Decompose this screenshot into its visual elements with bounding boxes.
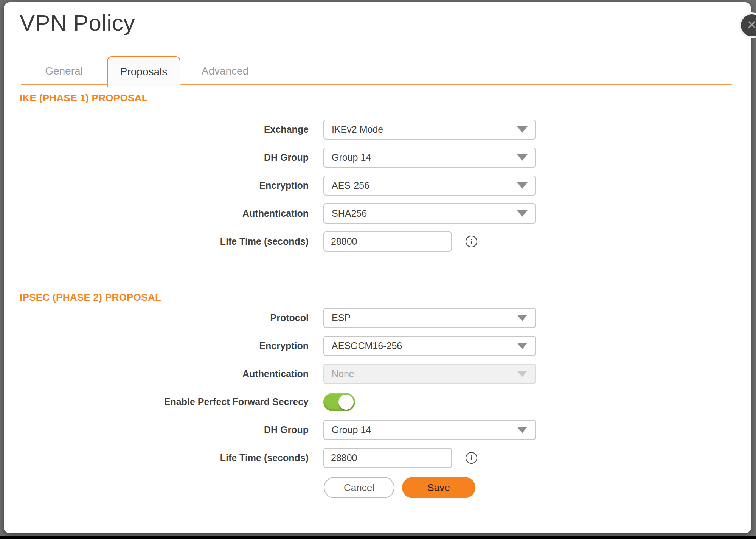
life-time-input[interactable] [323, 231, 452, 252]
ipsec-authentication-select-value: None [332, 368, 517, 379]
dh-group-label: DH Group [20, 152, 309, 163]
dh-group-select-value: Group 14 [332, 152, 517, 163]
ipsec-dh-group-select-value: Group 14 [332, 424, 517, 435]
form-row-ipsec-dh-group: DH Group Group 14 [20, 420, 733, 440]
protocol-select[interactable]: ESP [323, 308, 536, 328]
chevron-down-icon [517, 371, 528, 377]
pfs-toggle[interactable] [323, 393, 355, 411]
ipsec-dh-group-select[interactable]: Group 14 [323, 420, 536, 440]
close-icon: ✕ [747, 19, 756, 31]
save-button[interactable]: Save [402, 477, 475, 498]
tab-general-label: General [45, 65, 83, 77]
dialog-footer: Cancel Save [324, 477, 733, 498]
proposals-tab-content: IKE (PHASE 1) PROPOSAL Exchange IKEv2 Mo… [20, 85, 733, 498]
life-time-label: Life Time (seconds) [20, 236, 309, 247]
form-row-dh-group: DH Group Group 14 [20, 148, 733, 168]
form-row-ipsec-authentication: Authentication None [20, 364, 733, 384]
chevron-down-icon [517, 210, 528, 217]
protocol-select-value: ESP [332, 312, 517, 323]
ipsec-life-time-label: Life Time (seconds) [20, 452, 309, 463]
encryption-select[interactable]: AES-256 [323, 176, 536, 196]
chevron-down-icon [517, 182, 528, 189]
encryption-select-value: AES-256 [332, 180, 517, 191]
chevron-down-icon [517, 315, 528, 321]
protocol-label: Protocol [20, 312, 309, 323]
exchange-label: Exchange [20, 124, 309, 135]
pfs-label: Enable Perfect Forward Secrecy [20, 396, 309, 407]
dh-group-select[interactable]: Group 14 [323, 148, 536, 168]
exchange-select[interactable]: IKEv2 Mode [323, 120, 536, 140]
authentication-select[interactable]: SHA256 [323, 203, 536, 224]
tab-advanced-label: Advanced [202, 65, 249, 77]
toggle-knob [338, 395, 354, 410]
cancel-button[interactable]: Cancel [324, 477, 394, 498]
form-row-protocol: Protocol ESP [20, 308, 733, 328]
form-row-authentication: Authentication SHA256 [20, 203, 733, 224]
form-row-pfs: Enable Perfect Forward Secrecy [20, 392, 733, 412]
ipsec-dh-group-label: DH Group [20, 424, 309, 435]
encryption-label: Encryption [20, 180, 309, 191]
ipsec-encryption-label: Encryption [20, 340, 309, 351]
section-divider [20, 280, 733, 280]
info-icon[interactable]: i [466, 236, 477, 247]
ipsec-authentication-select: None [323, 364, 536, 384]
authentication-select-value: SHA256 [332, 208, 517, 219]
ipsec-life-time-input[interactable] [323, 448, 452, 468]
ipsec-encryption-select[interactable]: AESGCM16-256 [323, 336, 536, 356]
form-row-ipsec-encryption: Encryption AESGCM16-256 [20, 336, 733, 356]
dialog-title: VPN Policy [20, 10, 135, 36]
chevron-down-icon [517, 343, 528, 349]
info-icon[interactable]: i [466, 452, 477, 464]
chevron-down-icon [517, 154, 528, 161]
tab-general[interactable]: General [21, 56, 107, 85]
ipsec-encryption-select-value: AESGCM16-256 [332, 340, 517, 351]
chevron-down-icon [517, 126, 528, 133]
ipsec-authentication-label: Authentication [20, 368, 309, 379]
screen-backdrop: VPN Policy General Proposals Advanced IK… [0, 0, 756, 539]
authentication-label: Authentication [20, 208, 309, 219]
section-heading-ike-phase1: IKE (PHASE 1) PROPOSAL [20, 92, 733, 104]
chevron-down-icon [517, 427, 528, 433]
form-row-encryption: Encryption AES-256 [20, 176, 733, 196]
tab-proposals[interactable]: Proposals [107, 56, 180, 87]
vpn-policy-dialog: VPN Policy General Proposals Advanced IK… [4, 2, 751, 533]
tab-advanced[interactable]: Advanced [180, 56, 270, 85]
form-row-exchange: Exchange IKEv2 Mode [20, 120, 733, 140]
exchange-select-value: IKEv2 Mode [332, 124, 517, 135]
tab-proposals-label: Proposals [120, 66, 168, 78]
section-heading-ipsec-phase2: IPSEC (PHASE 2) PROPOSAL [20, 292, 733, 303]
form-row-ipsec-life-time: Life Time (seconds) i [20, 448, 733, 468]
form-row-life-time: Life Time (seconds) i [20, 231, 733, 252]
tab-bar: General Proposals Advanced [21, 56, 732, 85]
